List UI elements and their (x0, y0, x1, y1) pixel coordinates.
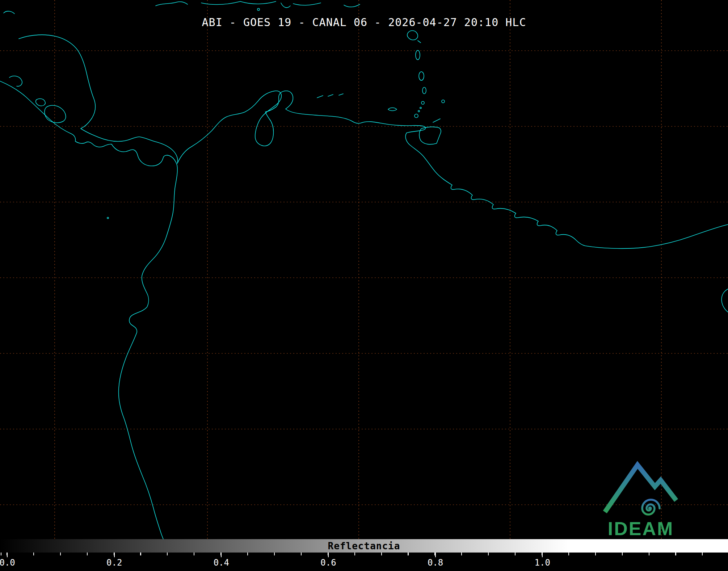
ideam-logo-text: IDEAM (608, 519, 674, 538)
ideam-logo: IDEAM (599, 455, 682, 542)
colorbar-major-tick (114, 553, 115, 557)
colorbar-major-tick (328, 553, 329, 557)
coastline-trinidad (419, 127, 441, 144)
colorbar-major-tick (542, 553, 543, 557)
colorbar-tick-label: 0.6 (320, 558, 336, 567)
coastline-lesser-antilles (407, 31, 445, 123)
colorbar-major-tick (7, 553, 8, 557)
ideam-mountain-spiral-icon (602, 455, 680, 518)
colorbar-tick-label: 0.0 (0, 558, 15, 567)
colorbar-major-tick (221, 553, 222, 557)
coastline-lake-nicaragua (45, 105, 66, 123)
colorbar-major-tick (435, 553, 436, 557)
colorbar-tick-label: 1.0 (535, 558, 550, 567)
coastline-south-america-caribbean (177, 91, 728, 248)
satellite-image-viewport: ABI - GOES 19 - CANAL 06 - 2026-04-27 20… (0, 0, 728, 571)
colorbar-tick-label: 0.2 (106, 558, 122, 567)
colorbar-minor-ticks (0, 553, 728, 555)
colorbar-tick-label: 0.4 (214, 558, 229, 567)
coastline-pacific (0, 81, 177, 539)
image-title: ABI - GOES 19 - CANAL 06 - 2026-04-27 20… (0, 16, 728, 29)
colorbar-tick-label: 0.8 (428, 558, 443, 567)
